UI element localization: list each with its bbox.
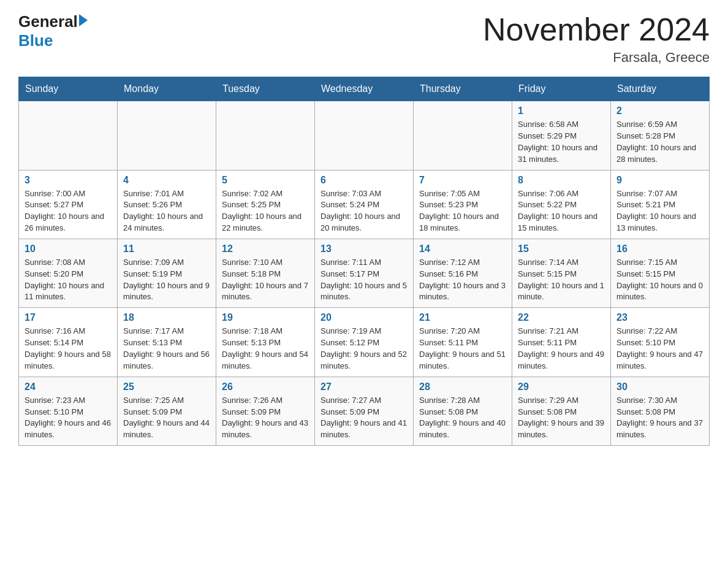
day-info: Sunrise: 7:30 AMSunset: 5:08 PMDaylight:… xyxy=(616,395,703,441)
day-info: Sunrise: 7:11 AMSunset: 5:17 PMDaylight:… xyxy=(320,257,408,303)
day-info: Sunrise: 7:21 AMSunset: 5:11 PMDaylight:… xyxy=(518,326,605,372)
calendar-cell: 1Sunrise: 6:58 AMSunset: 5:29 PMDaylight… xyxy=(512,101,611,170)
logo-arrow-icon xyxy=(79,14,88,26)
day-number: 22 xyxy=(518,312,605,323)
calendar-cell: 4Sunrise: 7:01 AMSunset: 5:26 PMDaylight… xyxy=(118,170,216,239)
day-number: 3 xyxy=(25,175,112,186)
calendar-cell xyxy=(216,101,315,170)
day-number: 10 xyxy=(25,243,112,255)
day-number: 9 xyxy=(616,175,703,186)
day-number: 6 xyxy=(320,175,408,186)
calendar-cell: 22Sunrise: 7:21 AMSunset: 5:11 PMDayligh… xyxy=(512,308,611,377)
day-info: Sunrise: 7:17 AMSunset: 5:13 PMDaylight:… xyxy=(123,326,210,372)
calendar-cell: 17Sunrise: 7:16 AMSunset: 5:14 PMDayligh… xyxy=(19,308,118,377)
day-info: Sunrise: 7:18 AMSunset: 5:13 PMDaylight:… xyxy=(222,326,309,372)
calendar-cell: 19Sunrise: 7:18 AMSunset: 5:13 PMDayligh… xyxy=(216,308,315,377)
col-tuesday: Tuesday xyxy=(216,77,315,101)
page-header: General Blue November 2024 Farsala, Gree… xyxy=(18,12,710,66)
day-number: 30 xyxy=(616,381,703,393)
day-number: 16 xyxy=(616,243,703,255)
calendar-cell: 21Sunrise: 7:20 AMSunset: 5:11 PMDayligh… xyxy=(414,308,512,377)
header-row: Sunday Monday Tuesday Wednesday Thursday… xyxy=(19,77,710,101)
day-info: Sunrise: 7:28 AMSunset: 5:08 PMDaylight:… xyxy=(419,395,506,441)
day-info: Sunrise: 7:05 AMSunset: 5:23 PMDaylight:… xyxy=(419,188,506,234)
month-year-title: November 2024 xyxy=(483,12,710,47)
calendar-cell: 10Sunrise: 7:08 AMSunset: 5:20 PMDayligh… xyxy=(19,239,118,307)
calendar-cell: 12Sunrise: 7:10 AMSunset: 5:18 PMDayligh… xyxy=(216,239,315,307)
day-number: 24 xyxy=(25,381,112,393)
calendar-cell: 5Sunrise: 7:02 AMSunset: 5:25 PMDaylight… xyxy=(216,170,315,239)
calendar-week-4: 17Sunrise: 7:16 AMSunset: 5:14 PMDayligh… xyxy=(19,308,710,377)
day-number: 23 xyxy=(616,312,703,323)
calendar-cell: 3Sunrise: 7:00 AMSunset: 5:27 PMDaylight… xyxy=(19,170,118,239)
day-number: 18 xyxy=(123,312,210,323)
calendar-cell: 14Sunrise: 7:12 AMSunset: 5:16 PMDayligh… xyxy=(414,239,512,307)
day-number: 25 xyxy=(123,381,210,393)
day-number: 5 xyxy=(222,175,309,186)
day-info: Sunrise: 7:20 AMSunset: 5:11 PMDaylight:… xyxy=(419,326,506,372)
day-number: 11 xyxy=(123,243,210,255)
calendar-cell: 18Sunrise: 7:17 AMSunset: 5:13 PMDayligh… xyxy=(118,308,216,377)
day-info: Sunrise: 7:29 AMSunset: 5:08 PMDaylight:… xyxy=(518,395,605,441)
calendar-cell: 23Sunrise: 7:22 AMSunset: 5:10 PMDayligh… xyxy=(611,308,710,377)
day-info: Sunrise: 7:15 AMSunset: 5:15 PMDaylight:… xyxy=(616,257,703,303)
logo: General Blue xyxy=(18,12,88,50)
calendar-week-1: 1Sunrise: 6:58 AMSunset: 5:29 PMDaylight… xyxy=(19,101,710,170)
day-number: 27 xyxy=(320,381,408,393)
day-number: 13 xyxy=(320,243,408,255)
calendar-cell: 11Sunrise: 7:09 AMSunset: 5:19 PMDayligh… xyxy=(118,239,216,307)
col-saturday: Saturday xyxy=(611,77,710,101)
calendar-cell: 13Sunrise: 7:11 AMSunset: 5:17 PMDayligh… xyxy=(315,239,414,307)
calendar-cell: 8Sunrise: 7:06 AMSunset: 5:22 PMDaylight… xyxy=(512,170,611,239)
day-info: Sunrise: 7:03 AMSunset: 5:24 PMDaylight:… xyxy=(320,188,408,234)
calendar-header: Sunday Monday Tuesday Wednesday Thursday… xyxy=(19,77,710,101)
day-info: Sunrise: 7:06 AMSunset: 5:22 PMDaylight:… xyxy=(518,188,605,234)
calendar-table: Sunday Monday Tuesday Wednesday Thursday… xyxy=(18,77,710,446)
day-number: 19 xyxy=(222,312,309,323)
day-number: 26 xyxy=(222,381,309,393)
day-info: Sunrise: 7:25 AMSunset: 5:09 PMDaylight:… xyxy=(123,395,210,441)
calendar-cell: 6Sunrise: 7:03 AMSunset: 5:24 PMDaylight… xyxy=(315,170,414,239)
calendar-cell xyxy=(19,101,118,170)
day-info: Sunrise: 7:08 AMSunset: 5:20 PMDaylight:… xyxy=(25,257,112,303)
location-subtitle: Farsala, Greece xyxy=(483,50,710,66)
day-info: Sunrise: 7:02 AMSunset: 5:25 PMDaylight:… xyxy=(222,188,309,234)
day-info: Sunrise: 6:59 AMSunset: 5:28 PMDaylight:… xyxy=(616,119,703,165)
day-info: Sunrise: 7:22 AMSunset: 5:10 PMDaylight:… xyxy=(616,326,703,372)
day-info: Sunrise: 7:00 AMSunset: 5:27 PMDaylight:… xyxy=(25,188,112,234)
calendar-cell: 26Sunrise: 7:26 AMSunset: 5:09 PMDayligh… xyxy=(216,377,315,445)
calendar-cell: 20Sunrise: 7:19 AMSunset: 5:12 PMDayligh… xyxy=(315,308,414,377)
calendar-week-2: 3Sunrise: 7:00 AMSunset: 5:27 PMDaylight… xyxy=(19,170,710,239)
day-number: 14 xyxy=(419,243,506,255)
calendar-cell xyxy=(414,101,512,170)
col-sunday: Sunday xyxy=(19,77,118,101)
calendar-week-3: 10Sunrise: 7:08 AMSunset: 5:20 PMDayligh… xyxy=(19,239,710,307)
col-friday: Friday xyxy=(512,77,611,101)
calendar-cell xyxy=(118,101,216,170)
calendar-cell: 9Sunrise: 7:07 AMSunset: 5:21 PMDaylight… xyxy=(611,170,710,239)
day-number: 29 xyxy=(518,381,605,393)
title-block: November 2024 Farsala, Greece xyxy=(483,12,710,66)
calendar-cell: 29Sunrise: 7:29 AMSunset: 5:08 PMDayligh… xyxy=(512,377,611,445)
calendar-cell: 2Sunrise: 6:59 AMSunset: 5:28 PMDaylight… xyxy=(611,101,710,170)
calendar-cell: 24Sunrise: 7:23 AMSunset: 5:10 PMDayligh… xyxy=(19,377,118,445)
day-info: Sunrise: 7:19 AMSunset: 5:12 PMDaylight:… xyxy=(320,326,408,372)
day-number: 21 xyxy=(419,312,506,323)
calendar-week-5: 24Sunrise: 7:23 AMSunset: 5:10 PMDayligh… xyxy=(19,377,710,445)
day-info: Sunrise: 7:27 AMSunset: 5:09 PMDaylight:… xyxy=(320,395,408,441)
calendar-cell: 7Sunrise: 7:05 AMSunset: 5:23 PMDaylight… xyxy=(414,170,512,239)
day-info: Sunrise: 7:10 AMSunset: 5:18 PMDaylight:… xyxy=(222,257,309,303)
day-info: Sunrise: 7:09 AMSunset: 5:19 PMDaylight:… xyxy=(123,257,210,303)
col-thursday: Thursday xyxy=(414,77,512,101)
day-info: Sunrise: 7:26 AMSunset: 5:09 PMDaylight:… xyxy=(222,395,309,441)
calendar-cell: 16Sunrise: 7:15 AMSunset: 5:15 PMDayligh… xyxy=(611,239,710,307)
col-monday: Monday xyxy=(118,77,216,101)
calendar-cell: 25Sunrise: 7:25 AMSunset: 5:09 PMDayligh… xyxy=(118,377,216,445)
day-number: 17 xyxy=(25,312,112,323)
calendar-cell xyxy=(315,101,414,170)
day-info: Sunrise: 6:58 AMSunset: 5:29 PMDaylight:… xyxy=(518,119,605,165)
calendar-cell: 28Sunrise: 7:28 AMSunset: 5:08 PMDayligh… xyxy=(414,377,512,445)
calendar-cell: 15Sunrise: 7:14 AMSunset: 5:15 PMDayligh… xyxy=(512,239,611,307)
day-number: 8 xyxy=(518,175,605,186)
day-info: Sunrise: 7:16 AMSunset: 5:14 PMDaylight:… xyxy=(25,326,112,372)
